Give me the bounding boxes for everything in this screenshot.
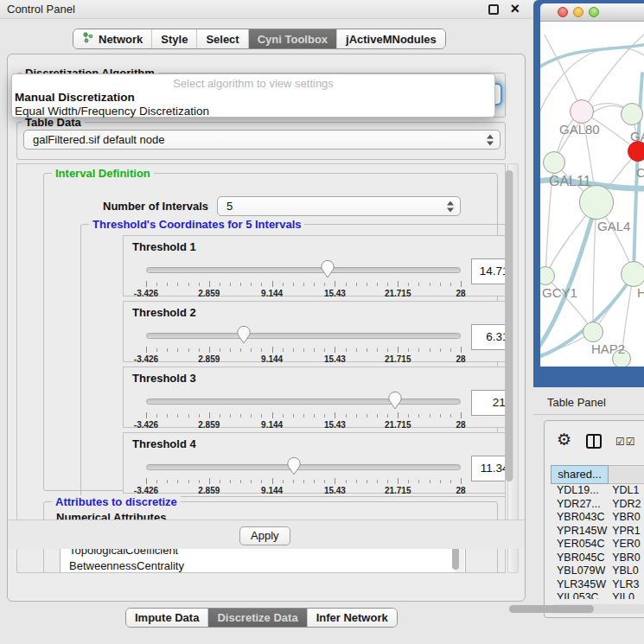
node-label-clipped: GA [630,129,644,143]
table-row[interactable]: YBL079WYBL0 [551,564,644,578]
slider-thumb[interactable] [321,259,335,278]
tab-style[interactable]: Style [151,29,196,48]
apply-button[interactable]: Apply [239,526,290,545]
tab-infer-network[interactable]: Infer Network [307,609,397,627]
threshold-2-value[interactable]: 6.316 [471,324,506,350]
table-row[interactable]: YLR345WYLR3 [551,578,644,592]
table-row[interactable]: YER054CYER0 [551,538,644,552]
cell: YBR043C [551,511,609,525]
network-node[interactable] [621,261,644,287]
table-data-combobox-value: galFiltered.sif default node [33,133,164,146]
table-row[interactable]: YBR045CYBR0 [551,552,644,565]
dropdown-option-manual[interactable]: Manual Discretization [12,91,494,105]
slider-track[interactable] [146,399,461,405]
table-body: YDL19...YDL1 YDR27...YDR2 YBR043CYBR0 YP… [551,484,644,599]
slider-thumb[interactable] [388,391,402,410]
slider-thumb[interactable] [287,456,301,475]
cell: YER054C [551,538,609,552]
table-horizontal-scrollbar[interactable] [551,604,644,614]
threshold-1-label: Threshold 1 [132,240,196,253]
number-of-intervals-combobox[interactable]: 5 [217,196,461,216]
network-icon [82,32,93,46]
list-item[interactable]: BetweennessCentrality [61,558,465,573]
threshold-4-label: Threshold 4 [132,437,196,450]
zoom-traffic-light-icon[interactable] [589,7,599,17]
slider-tick-labels: -3.4262.8599.14415.4321.71528 [146,289,461,299]
cell: YIL0 [609,591,644,599]
threshold-2-label: Threshold 2 [132,306,196,319]
network-node-gal4[interactable] [579,185,614,220]
checkbox-icons[interactable]: ☑☑ [615,436,636,448]
tab-network[interactable]: Network [73,29,151,48]
table-row[interactable]: YDL19...YDL1 [551,484,644,498]
table-row[interactable]: YIL053CYIL0 [551,591,644,599]
threshold-4-value[interactable]: 11.344 [471,456,506,481]
tab-select-label: Select [206,33,239,46]
cyni-bottom-tab-bar: Impute Data Discretize Data Infer Networ… [125,608,398,628]
column-header-name[interactable]: n [609,465,644,484]
tab-cyni-toolbox[interactable]: Cyni Toolbox [248,29,336,48]
gear-icon[interactable]: ⚙ [557,431,571,448]
slider-ticks [146,281,461,288]
node-label-clipped: H [637,285,644,300]
close-traffic-light-icon[interactable] [558,7,568,17]
thresholds-group: Threshold 1 -3.4262.8599.14415.4321.7152… [80,224,506,497]
threshold-1-value[interactable]: 14.713 [471,258,506,284]
network-node-red[interactable] [628,141,644,162]
threshold-2-box: Threshold 2 -3.4262.8599.14415.4321.7152… [123,301,506,362]
slider-tick-labels: -3.4262.8599.14415.4321.71528 [146,354,461,365]
column-visibility-icon[interactable] [586,434,602,449]
cell: YDL1 [609,484,644,498]
column-header-shared[interactable]: shared... [551,465,609,484]
slider-track[interactable] [146,333,461,339]
table-data-combobox[interactable]: galFiltered.sif default node [23,130,501,150]
threshold-4-slider[interactable]: -3.4262.8599.14415.4321.71528 [146,459,461,494]
threshold-3-value[interactable]: 21.4 [471,390,506,416]
network-node-gal11[interactable] [543,151,565,174]
settings-scrollbar[interactable] [507,163,519,573]
tab-jactivemnodules[interactable]: jActiveMNodules [336,29,445,48]
scrollbar-thumb[interactable] [509,605,594,613]
cell: YPR1 [609,525,644,539]
slider-track[interactable] [146,267,461,273]
control-panel-titlebar: Control Panel × [0,0,533,19]
interval-definition-group: Number of Intervals 5 Threshold 1 [43,173,498,491]
float-window-icon[interactable] [488,4,499,15]
minimize-traffic-light-icon[interactable] [573,7,583,17]
cell: YBR0 [609,552,644,565]
slider-track[interactable] [146,464,461,470]
tab-select[interactable]: Select [196,29,247,48]
network-node-gal80[interactable] [570,99,594,124]
scrollbar-thumb[interactable] [506,170,513,481]
network-canvas[interactable]: GAL80 GA C GAL11 GAL4 GCY1 H HAP2 [540,22,644,367]
threshold-1-box: Threshold 1 -3.4262.8599.14415.4321.7152… [123,235,506,296]
interval-definition-title: Interval Definition [52,167,154,180]
threshold-1-slider[interactable]: -3.4262.8599.14415.4321.71528 [146,262,461,296]
node-table: shared... n YDL19...YDL1 YDR27...YDR2 YB… [551,465,644,599]
tab-impute-data-label: Impute Data [135,611,199,624]
node-label-gal80: GAL80 [559,122,600,137]
thresholds-group-title: Threshold's Coordinates for 5 Intervals [89,218,304,231]
threshold-3-box: Threshold 3 -3.4262.8599.14415.4321.7152… [123,367,506,428]
slider-tick-labels: -3.4262.8599.14415.4321.71528 [146,420,461,430]
network-node[interactable] [621,103,643,125]
slider-thumb[interactable] [237,325,251,344]
cyni-toolbox-panel: Discretization Algorithm Select algorith… [7,54,526,602]
table-row[interactable]: YBR043CYBR0 [551,511,644,525]
table-row[interactable]: YDR27...YDR2 [551,498,644,512]
algorithm-dropdown-popup: Select algorithm to view settings Manual… [11,73,495,118]
tab-discretize-data-label: Discretize Data [217,611,297,624]
table-panel-title: Table Panel [547,396,606,409]
close-icon[interactable]: × [510,0,520,18]
attributes-group-title: Attributes to discretize [52,495,181,508]
control-panel-window: Control Panel × Network Style Select Cyn… [0,0,533,644]
network-node-hap2[interactable] [583,322,603,342]
tab-impute-data[interactable]: Impute Data [126,609,207,627]
number-of-intervals-value: 5 [226,200,233,213]
threshold-3-slider[interactable]: -3.4262.8599.14415.4321.71528 [146,393,461,428]
tab-discretize-data[interactable]: Discretize Data [207,609,306,627]
threshold-2-slider[interactable]: -3.4262.8599.14415.4321.71528 [146,328,461,362]
combo-arrows-icon [487,134,494,145]
table-row[interactable]: YPR145WYPR1 [551,525,644,539]
dropdown-option-equal-width[interactable]: Equal Width/Frequency Discretization [12,105,494,118]
